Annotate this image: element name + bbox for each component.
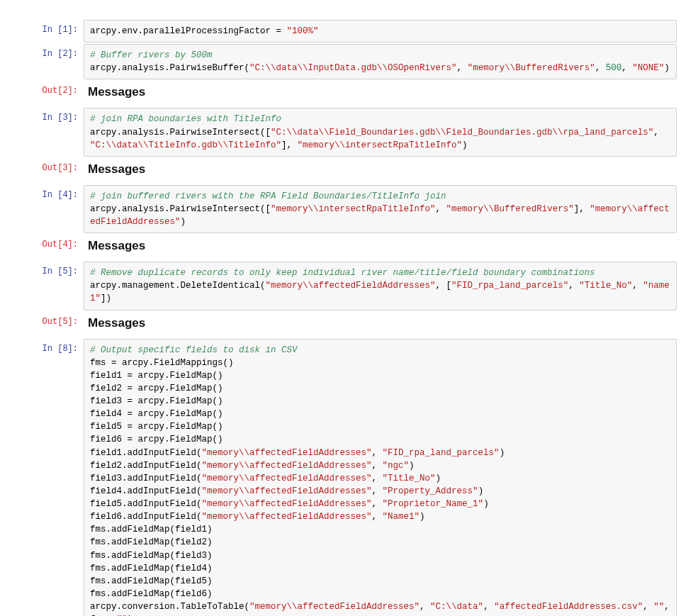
input-prompt: In [5]: [21,262,84,310]
input-prompt: In [3]: [21,108,84,156]
code-input[interactable]: # Buffer rivers by 500m arcpy.analysis.P… [84,44,677,79]
code-input[interactable]: # Remove duplicate records to only keep … [84,262,677,310]
input-cell: In [4]:# join buffered rivers with the R… [14,185,684,233]
output-cell: Out[5]:Messages [14,312,684,337]
code-input[interactable]: # Output specific fields to disk in CSV … [84,339,677,617]
input-prompt: In [4]: [21,185,84,233]
output-cell: Out[4]:Messages [14,235,684,260]
output-area: Messages [84,81,677,106]
input-cell: In [3]:# join RPA boundaries with TitleI… [14,108,684,156]
output-cell: Out[3]:Messages [14,158,684,184]
code-input[interactable]: arcpy.env.parallelProcessingFactor = "10… [84,20,677,43]
messages-heading: Messages [88,316,672,330]
input-cell: In [8]:# Output specific fields to disk … [14,339,684,617]
output-prompt: Out[2]: [21,81,84,106]
cells-container: In [1]:arcpy.env.parallelProcessingFacto… [14,20,684,616]
input-cell: In [5]:# Remove duplicate records to onl… [14,262,684,310]
input-prompt: In [8]: [21,339,84,617]
input-cell: In [1]:arcpy.env.parallelProcessingFacto… [14,20,684,43]
output-prompt: Out[5]: [21,312,84,337]
messages-heading: Messages [88,162,672,177]
input-prompt: In [1]: [21,20,84,43]
code-input[interactable]: # join buffered rivers with the RPA Fiel… [84,185,677,233]
output-prompt: Out[4]: [21,235,84,260]
output-area: Messages [84,158,677,184]
output-cell: Out[2]:Messages [14,81,684,106]
input-cell: In [2]:# Buffer rivers by 500m arcpy.ana… [14,44,684,79]
input-prompt: In [2]: [21,44,84,79]
output-area: Messages [84,312,677,337]
messages-heading: Messages [88,239,672,253]
code-input[interactable]: # join RPA boundaries with TitleInfo arc… [84,108,677,156]
messages-heading: Messages [88,85,672,99]
jupyter-notebook: In [1]:arcpy.env.parallelProcessingFacto… [14,14,684,616]
output-prompt: Out[3]: [21,158,84,184]
output-area: Messages [84,235,677,260]
